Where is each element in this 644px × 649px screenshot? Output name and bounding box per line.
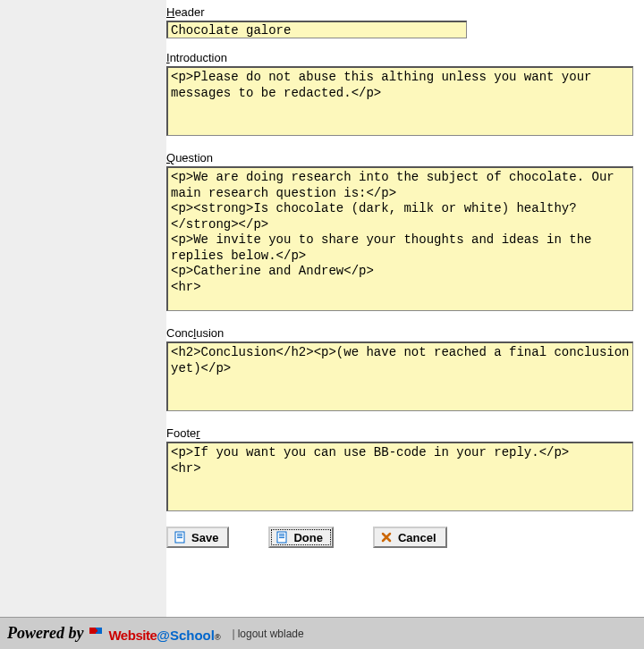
separator: | — [233, 628, 235, 640]
footer-label: Footer — [166, 426, 633, 440]
svg-rect-7 — [279, 537, 284, 538]
cancel-button[interactable]: Cancel — [373, 527, 447, 548]
footer-bar: Powered by Website@School® | logout wbla… — [0, 617, 644, 649]
conclusion-label: Conclusion — [166, 326, 633, 340]
cancel-icon — [380, 531, 393, 544]
svg-point-10 — [94, 629, 97, 633]
introduction-textarea[interactable] — [166, 66, 633, 136]
done-button[interactable]: Done — [268, 527, 334, 548]
footer-textarea[interactable] — [166, 442, 633, 511]
svg-rect-5 — [279, 534, 284, 535]
done-button-label: Done — [293, 532, 323, 544]
done-icon — [275, 531, 288, 544]
introduction-label: Introduction — [166, 51, 633, 64]
svg-rect-6 — [279, 535, 284, 536]
svg-rect-1 — [177, 534, 182, 535]
cancel-button-label: Cancel — [398, 532, 436, 544]
conclusion-textarea[interactable] — [166, 341, 633, 411]
question-textarea[interactable] — [166, 166, 633, 311]
puzzle-icon — [89, 624, 106, 643]
registered-mark: ® — [215, 633, 221, 642]
sidebar — [0, 0, 166, 617]
logo: Website@School® — [89, 624, 220, 643]
question-label: Question — [166, 151, 633, 164]
logo-school-text: School — [170, 628, 215, 643]
header-input[interactable] — [166, 21, 467, 38]
svg-rect-2 — [177, 535, 182, 536]
save-button-label: Save — [191, 532, 218, 544]
button-row: Save Done Cancel — [166, 527, 633, 548]
logo-website-text: Website — [108, 628, 157, 643]
save-icon — [174, 531, 186, 544]
header-label: Header — [166, 5, 633, 19]
svg-rect-3 — [177, 537, 182, 538]
logout-link[interactable]: logout wblade — [238, 628, 304, 640]
logo-at-text: @ — [157, 628, 170, 643]
save-button[interactable]: Save — [166, 527, 229, 548]
main-form: Header Introduction Question Conclusion … — [166, 0, 644, 617]
powered-by-text: Powered by — [7, 624, 83, 643]
